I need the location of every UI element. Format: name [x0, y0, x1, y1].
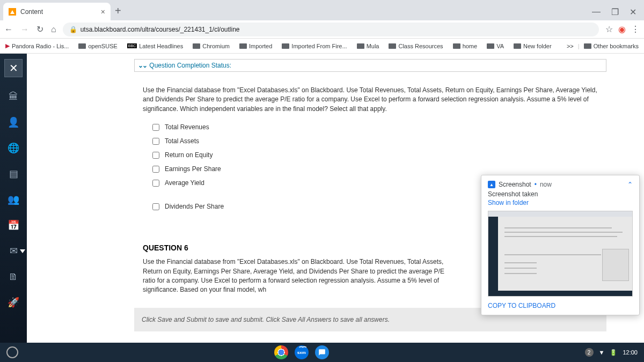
taskbar-apps: sxm⁀⁀	[274, 345, 329, 359]
courses-icon[interactable]: ▤	[7, 167, 20, 180]
overflow-icon[interactable]: ⋮	[631, 24, 640, 34]
lock-icon: 🔒	[69, 26, 77, 33]
profile-icon[interactable]: 👤	[7, 116, 20, 129]
question-6-title: QUESTION 6	[143, 243, 448, 252]
bookmark-item[interactable]: Imported	[239, 43, 272, 49]
checkbox[interactable]	[152, 203, 159, 210]
show-in-folder-link[interactable]: Show in folder	[488, 199, 633, 206]
url-actions: ☆ ◉ ⋮	[605, 24, 640, 34]
pandora-icon: ▶	[5, 42, 10, 49]
browser-tab[interactable]: Content ×	[3, 3, 111, 20]
close-tab-icon[interactable]: ×	[101, 8, 105, 16]
checkbox[interactable]	[152, 124, 159, 131]
tools-icon[interactable]: 🚀	[7, 296, 20, 309]
checkbox[interactable]	[152, 152, 159, 159]
address-bar: ← → ↻ ⌂ 🔒 utsa.blackboard.com/ultra/cour…	[0, 20, 644, 39]
option-total-revenues[interactable]: Total Revenues	[152, 123, 598, 131]
checkbox[interactable]	[152, 138, 159, 145]
folder-icon	[282, 43, 289, 49]
url-text: utsa.blackboard.com/ultra/courses/_22143…	[80, 26, 240, 33]
checkbox[interactable]	[152, 166, 159, 173]
institution-icon[interactable]: 🏛	[7, 90, 20, 103]
bookmark-item[interactable]: New folder	[514, 43, 552, 49]
grades-icon[interactable]: 🗎	[7, 270, 20, 283]
folder-icon	[389, 43, 396, 49]
tab-title: Content	[20, 8, 43, 16]
battery-icon: 🔋	[610, 349, 617, 356]
screenshot-notification[interactable]: ▲ Screenshot • now ⌃ Screenshot taken Sh…	[481, 175, 640, 315]
folder-icon	[453, 43, 460, 49]
expand-icon: ⌄⌄	[138, 62, 147, 69]
close-panel-button[interactable]: ✕	[4, 59, 23, 77]
minimize-icon[interactable]: —	[592, 7, 601, 17]
wifi-icon: ▼	[599, 349, 605, 356]
home-icon[interactable]: ⌂	[51, 25, 56, 34]
bookmarks-expand[interactable]: >>	[567, 43, 574, 49]
organizations-icon[interactable]: 👥	[7, 193, 20, 206]
chrome-icon[interactable]	[274, 345, 288, 359]
taskbar: sxm⁀⁀ 2 ▼ 🔋 12:00	[0, 343, 644, 362]
notif-time: now	[540, 181, 552, 188]
question-completion-status[interactable]: ⌄⌄ Question Completion Status:	[134, 59, 606, 72]
messages-icon[interactable]: ✉	[7, 245, 20, 257]
launcher-icon[interactable]	[6, 346, 18, 358]
close-window-icon[interactable]: ✕	[630, 7, 636, 17]
back-icon[interactable]: ←	[4, 25, 13, 34]
other-bookmarks[interactable]: Other bookmarks	[584, 43, 639, 49]
calendar-icon[interactable]: 📅	[7, 219, 20, 232]
copy-to-clipboard-button[interactable]: COPY TO CLIPBOARD	[488, 302, 633, 309]
folder-icon	[78, 43, 86, 49]
folder-icon	[487, 43, 494, 49]
url-field[interactable]: 🔒 utsa.blackboard.com/ultra/courses/_221…	[63, 23, 599, 36]
tab-strip: Content × + — ❐ ✕	[0, 0, 644, 20]
restore-icon[interactable]: ❐	[611, 7, 619, 17]
image-icon: ▲	[488, 181, 495, 188]
bookmark-item[interactable]: Class Resources	[389, 43, 443, 49]
question-6-body: QUESTION 6 Use the Financial database fr…	[134, 236, 456, 302]
bookmark-item[interactable]: Mula	[357, 43, 379, 49]
collapse-icon[interactable]: ⌃	[627, 181, 633, 188]
bookmarks-bar: ▶Pandora Radio - Lis... openSUSE BBCLate…	[0, 39, 644, 54]
notification-badge[interactable]: 2	[585, 348, 594, 357]
folder-icon	[357, 43, 364, 49]
option-total-assets[interactable]: Total Assets	[152, 137, 598, 145]
star-icon[interactable]: ☆	[605, 24, 613, 34]
page-icon	[9, 8, 16, 16]
folder-icon	[514, 43, 521, 49]
new-tab-button[interactable]: +	[115, 5, 121, 17]
bookmark-item[interactable]: Imported From Fire...	[282, 43, 347, 49]
system-tray[interactable]: 2 ▼ 🔋 12:00	[585, 348, 638, 357]
window-controls: — ❐ ✕	[592, 7, 644, 17]
sxm-icon[interactable]: sxm⁀⁀	[295, 345, 309, 359]
bookmark-item[interactable]: Chromium	[193, 43, 230, 49]
notif-app: Screenshot	[499, 181, 531, 188]
bbc-icon: BBC	[127, 43, 137, 48]
extension-icon[interactable]: ◉	[618, 24, 626, 34]
question-text: Use the Financial database from "Excel D…	[143, 86, 598, 114]
option-earnings-per-share[interactable]: Earnings Per Share	[152, 165, 598, 173]
blackboard-sidebar: ✕ 🏛 👤 🌐 ▤ 👥 📅 ✉ 🗎 🚀	[0, 54, 27, 362]
bookmark-item[interactable]: openSUSE	[78, 43, 117, 49]
reload-icon[interactable]: ↻	[36, 24, 43, 34]
folder-icon	[239, 43, 247, 49]
forward-icon[interactable]: →	[20, 25, 29, 34]
nav-buttons: ← → ↻ ⌂	[4, 24, 56, 34]
folder-icon	[584, 43, 591, 49]
stream-icon[interactable]: 🌐	[7, 142, 20, 154]
bookmark-item[interactable]: VA	[487, 43, 504, 49]
clock: 12:00	[623, 349, 638, 356]
bookmark-item[interactable]: BBCLatest Headlines	[127, 43, 183, 49]
bookmark-item[interactable]: home	[453, 43, 478, 49]
question-text: Use the Financial database from "Excel D…	[143, 257, 448, 295]
bookmark-item[interactable]: ▶Pandora Radio - Lis...	[5, 42, 69, 49]
screenshot-thumbnail[interactable]	[488, 211, 633, 297]
folder-icon	[193, 43, 200, 49]
notif-title: Screenshot taken	[488, 190, 633, 198]
chat-icon[interactable]	[315, 345, 329, 359]
checkbox[interactable]	[152, 180, 159, 187]
option-return-on-equity[interactable]: Return on Equity	[152, 151, 598, 159]
